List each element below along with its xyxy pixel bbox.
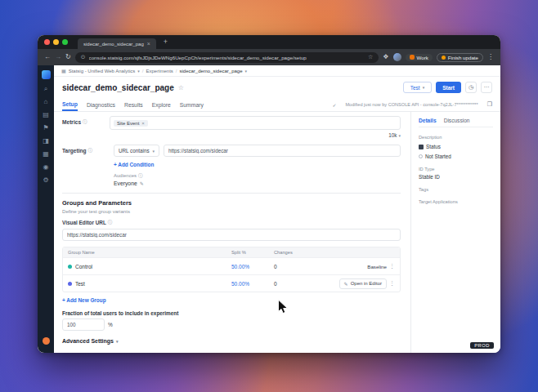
- edit-audiences-icon[interactable]: ✎: [140, 180, 144, 186]
- finish-update-button[interactable]: Finish update: [437, 53, 483, 62]
- allocation-input[interactable]: [62, 318, 105, 331]
- browser-tab[interactable]: sidecar_demo_sidecar_pag ×: [78, 38, 156, 49]
- address-bar[interactable]: ⊙ console.statsig.com/sjfsJDjsJDeWNg6Uep…: [75, 52, 379, 63]
- browser-toolbar: ← → ↻ ⊙ console.statsig.com/sjfsJDjsJDeW…: [38, 49, 500, 65]
- search-icon[interactable]: ⌕: [44, 86, 47, 92]
- breadcrumb-page[interactable]: sidecar_demo_sidecar_page: [179, 69, 242, 74]
- details-panel: Details Discussion Description Status No…: [410, 112, 500, 353]
- metrics-icon[interactable]: ▤: [43, 112, 49, 118]
- tab-details[interactable]: Details: [419, 118, 437, 123]
- reload-icon[interactable]: ↻: [65, 54, 71, 60]
- finish-update-label: Finish update: [448, 55, 478, 60]
- info-icon[interactable]: ⓘ: [83, 119, 87, 125]
- experiments-icon[interactable]: ◨: [43, 138, 49, 145]
- visual-editor-url-input[interactable]: [62, 229, 401, 241]
- not-started-dot-icon: [419, 154, 423, 158]
- update-status-dot-icon: [442, 56, 446, 60]
- feature-gates-icon[interactable]: ⚑: [43, 125, 48, 131]
- org-icon: ▦: [61, 68, 66, 74]
- settings-icon[interactable]: ⚙: [43, 177, 48, 184]
- back-icon[interactable]: ←: [44, 54, 51, 60]
- statsig-logo[interactable]: [42, 70, 51, 79]
- groups-table-header: Group Name Split % Changes: [63, 247, 400, 257]
- metrics-input-box[interactable]: Site Event ×: [110, 116, 401, 130]
- breadcrumb-experiments[interactable]: Experiments: [146, 69, 173, 74]
- table-row-control: Control 50.00% 0 Baseline ⋮: [63, 257, 400, 274]
- advanced-settings-toggle[interactable]: Advanced Settings ▾: [62, 338, 401, 344]
- tab-setup[interactable]: Setup: [62, 98, 78, 111]
- tab-diagnostics[interactable]: Diagnostics: [87, 99, 115, 110]
- chevron-down-icon: ▾: [116, 339, 119, 344]
- id-type-label: ID Type: [419, 167, 493, 172]
- metrics-section: Metrics ⓘ Site Event ×: [62, 116, 401, 130]
- condition-value-input[interactable]: [164, 145, 401, 157]
- group-name: Test: [75, 281, 85, 287]
- status-row: Status: [419, 144, 493, 149]
- open-in-editor-button[interactable]: ✎ Open in Editor: [339, 278, 387, 289]
- browser-menu-icon[interactable]: ⋮: [487, 54, 494, 60]
- more-options-icon[interactable]: ⋯: [481, 82, 492, 93]
- chip-remove-icon[interactable]: ×: [141, 121, 145, 126]
- breadcrumb-separator: /: [142, 69, 144, 74]
- row-menu-icon[interactable]: ⋮: [387, 263, 395, 270]
- test-button[interactable]: Test ▾: [403, 82, 432, 93]
- metrics-label: Metrics ⓘ: [62, 116, 110, 125]
- id-type-value: Stable ID: [419, 174, 493, 180]
- work-profile-icon: [410, 55, 415, 60]
- extensions-icon[interactable]: ❖: [383, 54, 388, 60]
- split-value[interactable]: 50.00%: [231, 264, 274, 270]
- profile-avatar[interactable]: [393, 53, 401, 61]
- column-changes: Changes: [274, 250, 316, 255]
- tab-summary[interactable]: Summary: [180, 99, 204, 110]
- add-condition-link[interactable]: + Add Condition: [114, 162, 401, 167]
- condition-type-select[interactable]: URL contains ▾: [114, 145, 159, 157]
- browser-tab-strip: sidecar_demo_sidecar_pag × +: [38, 35, 500, 49]
- info-icon[interactable]: ⓘ: [108, 220, 113, 225]
- history-icon[interactable]: ◷: [465, 82, 477, 93]
- page-tabs: Setup Diagnostics Results Explore Summar…: [54, 98, 500, 112]
- tab-discussion[interactable]: Discussion: [444, 118, 470, 123]
- start-button[interactable]: Start: [436, 82, 461, 93]
- site-info-icon[interactable]: ⊙: [81, 54, 86, 60]
- condition-type-value: URL contains: [119, 148, 150, 154]
- chevron-down-icon: ▾: [245, 69, 248, 74]
- description-label: Description: [419, 135, 493, 140]
- fullscreen-window-button[interactable]: [62, 39, 68, 45]
- new-tab-button[interactable]: +: [164, 38, 168, 46]
- tab-explore[interactable]: Explore: [152, 99, 171, 110]
- audiences-value: Everyone ✎: [114, 180, 401, 186]
- info-icon[interactable]: ⓘ: [88, 148, 93, 154]
- add-new-group-link[interactable]: + Add New Group: [62, 297, 401, 303]
- split-value[interactable]: 50.00%: [231, 281, 274, 287]
- profile-work-badge[interactable]: Work: [406, 54, 433, 61]
- row-menu-icon[interactable]: ⋮: [387, 280, 395, 287]
- breadcrumb-org[interactable]: Statsig - Unified Web Analytics: [69, 69, 136, 74]
- users-icon[interactable]: ◉: [43, 164, 49, 171]
- info-icon[interactable]: ⓘ: [138, 173, 143, 179]
- tags-label: Tags: [419, 187, 493, 192]
- sample-size-dropdown[interactable]: 10k ▾: [388, 132, 401, 138]
- allocation-row: %: [62, 318, 401, 331]
- metric-chip[interactable]: Site Event ×: [114, 120, 148, 127]
- assistant-avatar[interactable]: [43, 337, 50, 345]
- minimize-window-button[interactable]: [53, 39, 59, 45]
- targeting-label: Targeting ⓘ: [62, 145, 110, 154]
- status-icon: [419, 145, 424, 149]
- allocation-label: Fraction of total users to include in ex…: [62, 310, 401, 316]
- groups-subtitle: Define your test group variants: [62, 208, 401, 214]
- bookmark-star-icon[interactable]: ☆: [368, 54, 373, 60]
- table-row-test: Test 50.00% 0 ✎ Open in Editor ⋮: [63, 274, 400, 292]
- desktop-wallpaper: sidecar_demo_sidecar_pag × + ← → ↻ ⊙ con…: [0, 0, 538, 392]
- forward-icon[interactable]: →: [55, 54, 61, 60]
- tab-close-icon[interactable]: ×: [147, 41, 150, 47]
- check-icon: ✓: [332, 102, 336, 108]
- dynamic-config-icon[interactable]: ▦: [43, 151, 49, 158]
- tab-results[interactable]: Results: [124, 99, 143, 110]
- favorite-star-icon[interactable]: ☆: [178, 84, 184, 91]
- chevron-down-icon: ▾: [398, 133, 401, 138]
- close-window-button[interactable]: [44, 39, 50, 45]
- home-icon[interactable]: ⌂: [44, 99, 48, 105]
- docs-panel-icon[interactable]: ❒: [487, 101, 492, 108]
- breadcrumb-separator: /: [176, 69, 177, 74]
- app-content: ⌕ ⌂ ▤ ⚑ ◨ ▦ ◉ ⚙ ▦ Statsig - Unified Web …: [38, 65, 500, 353]
